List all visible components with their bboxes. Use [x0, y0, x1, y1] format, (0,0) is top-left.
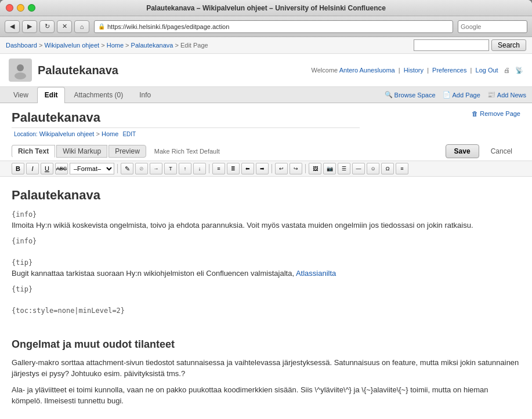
home-button[interactable]: ⌂: [74, 20, 89, 33]
back-button[interactable]: ◀: [5, 20, 20, 33]
search-input[interactable]: [458, 20, 527, 33]
separator-2: [209, 164, 209, 173]
history-link[interactable]: History: [404, 67, 424, 74]
strikethrough-button[interactable]: ABC: [55, 163, 68, 174]
page-location: Location: Wikipalvelun ohjeet > Home EDI…: [12, 130, 360, 137]
content-macro-info-close: {info}: [12, 236, 520, 246]
tab-info[interactable]: Info: [132, 87, 158, 103]
breadcrumb-home[interactable]: Home: [107, 42, 124, 49]
page-header: Palautekanava Welcome Antero Aunesluoma …: [0, 54, 532, 87]
page-title-area: Palautekanava Location: Wikipalvelun ohj…: [0, 103, 532, 142]
tab-actions: 🔍 Browse Space 📄 Add Page 📰 Add News: [385, 91, 526, 99]
content-tip-text: Bugit kannattaa tarkistaa suoraan Hy:n w…: [12, 268, 520, 279]
minimize-button[interactable]: [17, 4, 24, 12]
content-macro-tip-close: {tip}: [12, 284, 520, 294]
add-page-link[interactable]: 📄 Add Page: [443, 91, 480, 99]
mode-wikimarkup[interactable]: Wiki Markup: [56, 145, 107, 158]
mode-preview[interactable]: Preview: [108, 145, 146, 158]
align-right-btn[interactable]: ➡: [256, 163, 269, 174]
more-btn[interactable]: ≡: [396, 163, 408, 174]
browse-space-link[interactable]: 🔍 Browse Space: [385, 91, 436, 99]
location-prefix: Location:: [14, 131, 38, 137]
save-button[interactable]: Save: [446, 144, 479, 158]
smiley-btn[interactable]: ☺: [367, 163, 379, 174]
content-macro-info-open: {info}: [12, 209, 520, 220]
atlassian-link[interactable]: Atlassianilta: [296, 269, 336, 278]
main-content: Palautekanava Location: Wikipalvelun ohj…: [0, 103, 532, 419]
content-macro-tip-open: {tip}: [12, 257, 520, 268]
location-wikipalvelun[interactable]: Wikipalvelun ohjeet: [39, 130, 95, 137]
outdent-btn[interactable]: ↓: [193, 163, 206, 174]
stop-button[interactable]: ✕: [57, 20, 72, 33]
location-home[interactable]: Home: [102, 130, 118, 137]
logo-icon: [9, 59, 32, 82]
tab-view[interactable]: View: [6, 87, 36, 103]
search-container: [458, 20, 527, 33]
breadcrumb-dashboard[interactable]: Dashboard: [6, 42, 37, 49]
separator-1: [117, 164, 118, 173]
make-default-link[interactable]: Make Rich Text Default: [154, 148, 220, 155]
svg-point-2: [15, 72, 26, 79]
remove-page-btn[interactable]: 🗑 Remove Page: [472, 110, 520, 117]
text-color-btn[interactable]: T: [164, 163, 177, 174]
special-chars-btn[interactable]: Ω: [381, 163, 394, 174]
breadcrumb-wikipalvelun[interactable]: Wikipalvelun ohjeet: [44, 42, 99, 49]
align-left-btn[interactable]: ⬅: [241, 163, 254, 174]
window-title: Palautekanava – Wikipalvelun ohjeet – Un…: [146, 4, 386, 12]
remove-format-btn[interactable]: ⊘: [135, 163, 148, 174]
breadcrumb-search-input[interactable]: [414, 39, 489, 51]
header-user-area: Welcome Antero Aunesluoma | History | Pr…: [312, 67, 523, 74]
cancel-button[interactable]: Cancel: [483, 144, 520, 158]
link-btn[interactable]: →: [150, 163, 162, 174]
bullets-btn[interactable]: ≡: [212, 163, 225, 174]
redo-btn[interactable]: ↪: [289, 163, 302, 174]
hr-btn[interactable]: —: [352, 163, 365, 174]
reload-button[interactable]: ↻: [39, 20, 55, 33]
welcome-text: Welcome: [312, 67, 338, 74]
svg-point-1: [17, 64, 24, 71]
page-title-left: Palautekanava Location: Wikipalvelun ohj…: [12, 110, 360, 137]
print-icon[interactable]: 🖨: [504, 67, 510, 74]
table-btn[interactable]: ☰: [338, 163, 350, 174]
edit-area[interactable]: Palautekanava {info} Ilmoita Hy:n wikiä …: [0, 177, 532, 419]
address-bar[interactable]: 🔒 https://wiki.helsinki.fi/pages/editpag…: [94, 20, 453, 33]
close-button[interactable]: [6, 4, 13, 12]
separator-4: [305, 164, 306, 173]
breadcrumb-current: Edit Page: [180, 42, 208, 49]
content-toc-macro: {toc:style=none|minLevel=2}: [12, 305, 520, 316]
numbers-btn[interactable]: ≣: [227, 163, 240, 174]
remove-icon: 🗑: [472, 110, 478, 117]
rss-icon[interactable]: 📡: [515, 67, 523, 74]
location-edit[interactable]: EDIT: [122, 131, 136, 137]
window-controls: [6, 4, 35, 12]
underline-button[interactable]: U: [41, 163, 53, 174]
logout-link[interactable]: Log Out: [476, 67, 498, 74]
username-link[interactable]: Antero Aunesluoma: [339, 67, 395, 74]
undo-btn[interactable]: ↩: [275, 163, 288, 174]
edit-btn[interactable]: ✎: [121, 163, 133, 174]
editor-mode-tabs: Rich Text Wiki Markup Preview: [12, 145, 146, 158]
breadcrumb: Dashboard > Wikipalvelun ohjeet > Home >…: [6, 42, 208, 49]
format-toolbar: B I U ABC –Format– Heading 1 Heading 2 H…: [0, 161, 532, 177]
address-text: https://wiki.helsinki.fi/pages/editpage.…: [107, 23, 229, 30]
titlebar: Palautekanava – Wikipalvelun ohjeet – Un…: [0, 0, 532, 16]
tab-edit[interactable]: Edit: [37, 87, 66, 103]
italic-button[interactable]: I: [26, 163, 39, 174]
image-btn[interactable]: 🖼: [309, 163, 321, 174]
add-news-link[interactable]: 📰 Add News: [487, 91, 526, 99]
forward-button[interactable]: ▶: [22, 20, 37, 33]
maximize-button[interactable]: [28, 4, 35, 12]
search-button[interactable]: Search: [491, 39, 526, 51]
indent-btn[interactable]: ↑: [179, 163, 191, 174]
editor-toolbar: Rich Text Wiki Markup Preview Make Rich …: [0, 142, 532, 161]
mode-richtext[interactable]: Rich Text: [12, 145, 55, 158]
tab-group: View Edit Attachments (0) Info: [6, 87, 158, 103]
media-btn[interactable]: 📷: [323, 163, 336, 174]
preferences-link[interactable]: Preferences: [432, 67, 466, 74]
format-select[interactable]: –Format– Heading 1 Heading 2 Heading 3 N…: [70, 163, 114, 174]
tab-attachments[interactable]: Attachments (0): [66, 87, 131, 103]
bold-button[interactable]: B: [12, 163, 24, 174]
breadcrumb-palautekanava[interactable]: Palautekanava: [131, 42, 173, 49]
save-cancel-area: Save Cancel: [446, 144, 520, 158]
content-heading2: Ongelmat ja muut oudot tilanteet: [12, 337, 520, 352]
